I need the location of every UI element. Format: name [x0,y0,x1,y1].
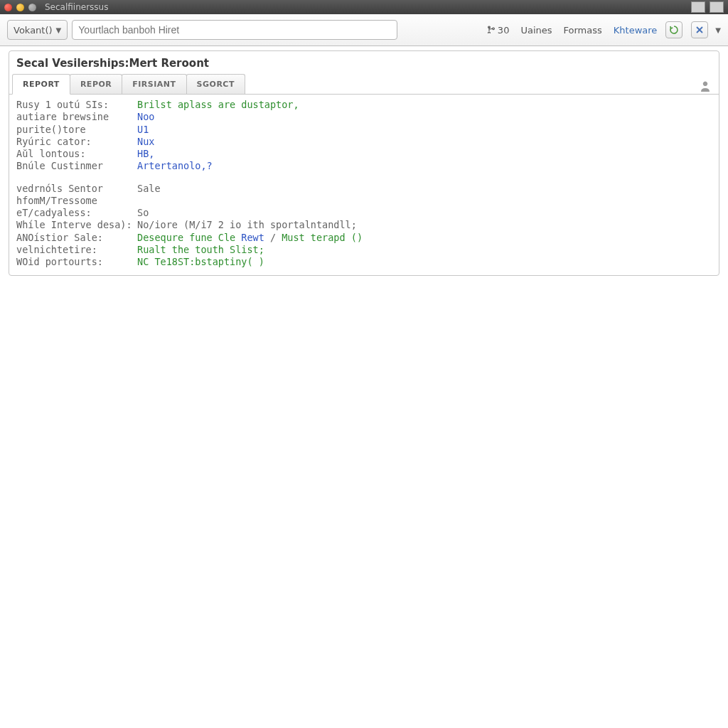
report-body: Rusy 1 outú SIs:Brilst aplass are dustap… [9,95,719,275]
link-formats[interactable]: Formass [564,25,602,36]
report-row: vedrnóls SentorSale [16,183,712,195]
report-panel: Secal Vesilerships:Mert Reroont REPORTRE… [9,50,719,276]
window-title: Secalfiinerssus [45,2,108,12]
report-row: eT/cadyaless:So [16,207,712,219]
row-label: Rusy 1 outú SIs: [16,99,137,111]
report-row: hfomM/Tressome [16,195,712,207]
window-minimize-icon[interactable] [16,4,24,11]
row-label: Aŭl lontous: [16,148,137,160]
row-label: ANOístior Sale: [16,232,137,244]
link-kiteware[interactable]: Khteware [614,25,658,36]
branch-icon [487,25,496,36]
row-value: HB, [137,148,154,160]
row-value: Nux [137,136,154,148]
row-value: NC Te18ST:bstaptiny( ) [137,256,264,268]
row-value: Rualt the touth Slist; [137,244,264,256]
link-values[interactable]: Uaines [520,25,552,36]
report-row: Rusy 1 outú SIs:Brilst aplass are dustap… [16,99,712,111]
view-combo[interactable]: Vokant() ▼ [7,20,68,40]
panel-title: Secal Vesilerships:Mert Reroont [9,51,719,74]
row-label: WOid portourts: [16,256,137,268]
row-value: Desequre fune Cle Rewt / Must terapd () [137,232,363,244]
report-row: ANOístior Sale:Desequre fune Cle Rewt / … [16,232,712,244]
toolbar-menu-chevron-icon[interactable]: ▼ [715,26,721,34]
row-label: purite()tore [16,124,137,136]
row-value: Sale [137,183,161,195]
row-value: No/iore (M/i7 2 io ith sportalntandll; [137,219,357,231]
result-count-value: 30 [498,25,510,36]
report-row: autiare brewsineNoo [16,111,712,123]
window-titlebar: Secalfiinerssus [0,0,728,14]
user-icon[interactable] [699,80,712,95]
refresh-button[interactable] [665,21,682,38]
tab-repor[interactable]: REPOR [70,74,122,94]
window-min-button[interactable] [691,1,705,13]
row-value: Brilst aplass are dustaptor, [137,99,299,111]
close-panel-button[interactable] [691,21,708,38]
window-close-icon[interactable] [4,4,12,11]
window-max-button[interactable] [710,1,724,13]
search-input[interactable] [72,20,397,40]
window-maximize-icon[interactable] [28,4,36,11]
row-value: So [137,207,149,219]
report-row: WOid portourts:NC Te18ST:bstaptiny( ) [16,256,712,268]
report-row: Aŭl lontous:HB, [16,148,712,160]
close-icon [695,26,704,34]
report-row: Whíle Interve desa):No/iore (M/i7 2 io i… [16,219,712,231]
row-label: hfomM/Tressome [16,195,137,207]
row-label: vedrnóls Sentor [16,183,137,195]
row-label: Bnúle Custinmer [16,160,137,172]
chevron-down-icon: ▼ [56,26,62,34]
view-combo-label: Vokant() [14,25,53,36]
row-label: autiare brewsine [16,111,137,123]
report-row: velnichtetire:Rualt the touth Slist; [16,244,712,256]
row-label: Ryúric cator: [16,136,137,148]
tab-sgorct[interactable]: SGORCT [186,74,245,94]
toolbar: Vokant() ▼ 30 Uaines Formass Khteware ▼ [0,14,728,46]
refresh-icon [669,25,679,35]
report-row: purite()toreU1 [16,124,712,136]
tab-report[interactable]: REPORT [12,74,70,95]
row-value: Noo [137,111,154,123]
row-value: U1 [137,124,149,136]
row-label: eT/cadyaless: [16,207,137,219]
report-row: Ryúric cator:Nux [16,136,712,148]
result-count: 30 [487,25,510,36]
report-row: Bnúle CustinmerArtertanolo,? [16,160,712,172]
tab-firsiant[interactable]: FIRSIANT [122,74,186,94]
row-label: Whíle Interve desa): [16,219,137,231]
row-label: velnichtetire: [16,244,137,256]
tab-bar: REPORTREPORFIRSIANTSGORCT [9,74,719,95]
row-value: Artertanolo,? [137,160,213,172]
